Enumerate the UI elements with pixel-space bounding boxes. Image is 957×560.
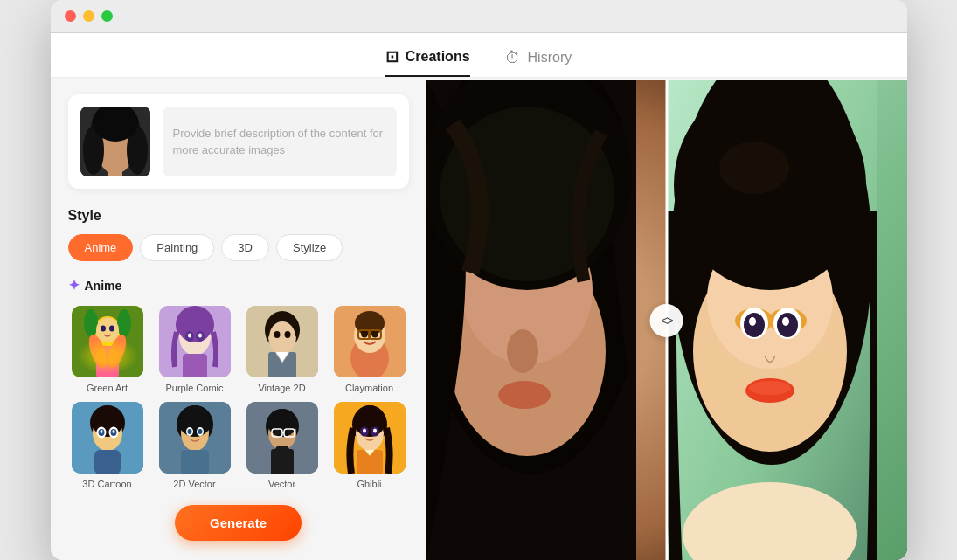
style-thumb-vector <box>246 402 318 474</box>
svg-point-98 <box>719 142 789 194</box>
tab-creations[interactable]: ⊡ Creations <box>385 47 470 77</box>
creations-icon: ⊡ <box>385 47 399 66</box>
svg-point-13 <box>101 326 106 332</box>
photo-illustrated-side <box>667 80 907 560</box>
comparison-panel: <> <box>426 80 907 560</box>
tab-creations-label: Creations <box>406 49 470 65</box>
svg-point-31 <box>269 321 295 353</box>
style-label: Style <box>68 208 409 224</box>
style-label-vector: Vector <box>268 479 295 489</box>
style-item-purple-comic[interactable]: Purple Comic <box>156 306 234 393</box>
svg-rect-15 <box>96 346 119 377</box>
style-label-ghibli: Ghibli <box>357 479 381 489</box>
style-item-vintage-2d[interactable]: Vintage 2D <box>243 306 322 393</box>
svg-point-88 <box>507 329 538 373</box>
svg-point-24 <box>188 334 191 338</box>
divider-handle[interactable]: <> <box>650 304 683 337</box>
svg-point-78 <box>354 405 385 437</box>
style-item-2d-vector[interactable]: 2D Vector <box>156 402 234 489</box>
svg-point-60 <box>187 429 191 434</box>
close-button[interactable] <box>65 10 76 22</box>
svg-rect-54 <box>94 450 121 474</box>
svg-point-89 <box>498 381 551 409</box>
style-item-claymation[interactable]: Claymation <box>330 306 409 393</box>
generate-button[interactable]: Generate <box>175 505 302 541</box>
style-tab-stylize[interactable]: Stylize <box>276 234 343 261</box>
svg-point-33 <box>284 331 290 338</box>
history-icon: ⏱ <box>505 49 521 67</box>
svg-rect-74 <box>275 446 289 454</box>
tabs-bar: ⊡ Creations ⏱ Hisrory <box>51 33 907 78</box>
tab-history-label: Hisrory <box>528 50 572 66</box>
svg-point-71 <box>274 430 279 435</box>
style-label-2d-vector: 2D Vector <box>173 479 215 489</box>
upload-area: Provide brief description of the content… <box>68 94 409 189</box>
divider-arrows: <> <box>661 314 671 328</box>
svg-point-106 <box>782 317 789 326</box>
upload-description[interactable]: Provide brief description of the content… <box>163 107 397 176</box>
style-label-vintage-2d: Vintage 2D <box>258 383 305 393</box>
svg-point-17 <box>104 332 129 370</box>
style-item-vector[interactable]: Vector <box>243 402 322 489</box>
svg-point-50 <box>100 430 102 433</box>
style-thumb-green-art <box>72 306 143 377</box>
svg-point-53 <box>112 430 114 433</box>
style-label-green-art: Green Art <box>87 383 128 393</box>
upload-thumbnail[interactable] <box>80 107 150 176</box>
sub-label: ✦ Anime <box>68 277 409 294</box>
style-tabs: Anime Painting 3D Stylize <box>68 234 409 261</box>
photo-realistic-side <box>426 80 667 560</box>
svg-point-62 <box>198 429 202 434</box>
style-thumb-ghibli <box>334 402 406 474</box>
svg-point-108 <box>749 381 791 395</box>
style-thumb-vintage-2d <box>246 306 318 377</box>
svg-point-32 <box>274 331 280 338</box>
svg-point-58 <box>178 405 212 437</box>
description-placeholder: Provide brief description of the content… <box>173 125 386 159</box>
style-item-ghibli[interactable]: Ghibli <box>330 402 409 489</box>
title-bar <box>51 0 907 33</box>
style-tab-painting[interactable]: Painting <box>140 234 214 261</box>
svg-point-11 <box>117 309 131 337</box>
svg-point-72 <box>287 430 291 435</box>
style-label-3d-cartoon: 3D Cartoon <box>82 479 131 489</box>
tab-history[interactable]: ⏱ Hisrory <box>505 47 572 77</box>
left-panel: Provide brief description of the content… <box>51 33 426 560</box>
svg-point-12 <box>96 318 119 342</box>
svg-rect-63 <box>181 450 209 474</box>
minimize-button[interactable] <box>83 10 94 22</box>
app-window: ⊡ Creations ⏱ Hisrory <box>51 0 907 560</box>
svg-rect-26 <box>183 354 207 377</box>
maximize-button[interactable] <box>101 10 113 22</box>
svg-point-25 <box>198 334 202 338</box>
window-body: ⊡ Creations ⏱ Hisrory <box>51 33 907 560</box>
svg-point-16 <box>85 332 110 370</box>
style-section: Style Anime Painting 3D Stylize ✦ Anime <box>68 208 409 489</box>
style-grid: Green Art <box>68 306 409 489</box>
style-thumb-claymation <box>334 306 406 377</box>
style-thumb-2d-vector <box>159 402 231 474</box>
style-thumb-3d-cartoon <box>72 402 143 474</box>
style-thumb-purple-comic <box>159 306 231 377</box>
style-tab-anime[interactable]: Anime <box>68 234 134 261</box>
svg-point-47 <box>92 405 123 437</box>
sub-label-text: Anime <box>85 279 122 293</box>
generate-area: Generate <box>68 505 409 541</box>
svg-point-21 <box>177 308 212 342</box>
comparison-divider: <> <box>665 80 668 560</box>
style-item-3d-cartoon[interactable]: 3D Cartoon <box>68 402 147 489</box>
star-icon: ✦ <box>68 277 80 294</box>
svg-point-103 <box>749 317 756 326</box>
style-tab-3d[interactable]: 3D <box>221 234 269 261</box>
svg-point-80 <box>363 429 366 433</box>
style-item-green-art[interactable]: Green Art <box>68 306 147 393</box>
svg-point-10 <box>84 309 98 337</box>
style-label-purple-comic: Purple Comic <box>165 383 223 393</box>
svg-point-14 <box>109 326 114 332</box>
svg-point-82 <box>373 429 377 433</box>
style-label-claymation: Claymation <box>345 383 393 393</box>
svg-rect-6 <box>108 169 122 176</box>
